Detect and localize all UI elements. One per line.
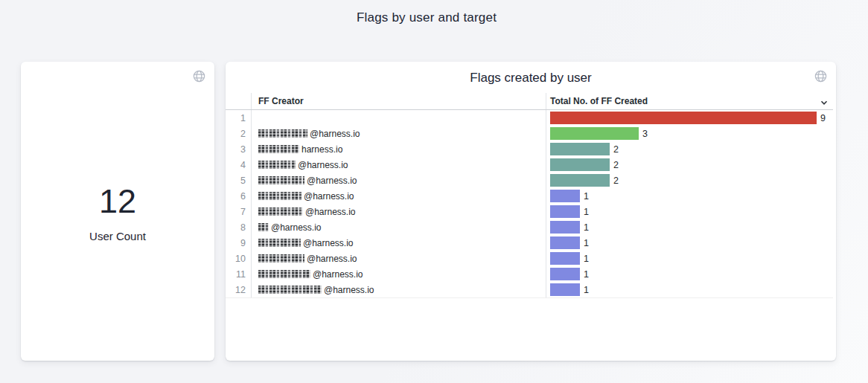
creator-email-suffix: harness.io — [301, 144, 342, 155]
redacted-email — [258, 129, 307, 138]
bar-cell: 1 — [546, 205, 833, 218]
bar[interactable] — [550, 221, 580, 234]
creator-email-suffix: @harness.io — [307, 254, 357, 264]
table-row: 9 @harness.io 1 — [226, 235, 833, 251]
bar[interactable] — [550, 268, 580, 280]
bar-value: 1 — [584, 238, 589, 248]
redacted-email — [258, 270, 310, 278]
row-number: 10 — [226, 254, 251, 264]
bar-cell: 2 — [546, 158, 833, 171]
bar-cell: 1 — [546, 236, 833, 249]
row-number: 5 — [226, 176, 251, 186]
table-row: 10 @harness.io 1 — [226, 251, 833, 266]
creator-cell: @harness.io — [251, 269, 546, 280]
bar[interactable] — [550, 190, 580, 202]
bar[interactable] — [550, 174, 610, 187]
creator-cell: @harness.io — [251, 207, 546, 217]
bar-value: 1 — [584, 207, 589, 217]
creator-email-suffix: @harness.io — [313, 269, 363, 280]
table-row: 4 @harness.io 2 — [226, 157, 833, 173]
bar-cell: 1 — [546, 252, 833, 265]
creator-cell: harness.io — [251, 144, 546, 155]
creator-cell: @harness.io — [251, 238, 546, 248]
creator-email-suffix: @harness.io — [304, 191, 354, 202]
bar-value: 1 — [584, 222, 589, 233]
bar-value: 1 — [584, 191, 589, 202]
redacted-email — [258, 286, 322, 294]
creator-email-suffix: @harness.io — [271, 222, 322, 233]
creator-email-suffix: @harness.io — [298, 160, 348, 170]
row-number: 4 — [226, 160, 251, 170]
row-number: 12 — [226, 285, 251, 295]
user-count-tile: 12 User Count — [21, 62, 214, 361]
row-number: 1 — [226, 113, 251, 123]
bar-cell: 1 — [546, 268, 833, 280]
creator-email-suffix: @harness.io — [303, 238, 354, 248]
creator-email-suffix: @harness.io — [310, 129, 360, 139]
bar-value: 3 — [642, 129, 648, 139]
creator-cell: @harness.io — [251, 160, 546, 170]
bar-value: 1 — [584, 285, 589, 295]
bar[interactable] — [550, 283, 580, 296]
bar-value: 9 — [820, 113, 826, 123]
row-number: 9 — [226, 238, 251, 248]
tile-title: Flags created by user — [226, 71, 836, 86]
row-number: 3 — [226, 144, 251, 155]
bar[interactable] — [550, 112, 817, 124]
bar[interactable] — [550, 143, 610, 155]
bar-cell: 1 — [546, 283, 833, 296]
table-row: 3 harness.io 2 — [226, 141, 833, 157]
table-row: 6 @harness.io 1 — [226, 188, 833, 204]
creator-cell: @harness.io — [251, 176, 546, 186]
bar-cell: 2 — [546, 174, 833, 187]
table-row: 12 @harness.io 1 — [226, 282, 833, 297]
bar[interactable] — [550, 158, 610, 171]
row-number: 8 — [226, 222, 251, 233]
bar-value: 1 — [584, 254, 589, 264]
column-header-ff-creator[interactable]: FF Creator — [258, 96, 304, 106]
user-count-label: User Count — [89, 230, 146, 242]
creator-email-suffix: @harness.io — [307, 176, 357, 186]
bar[interactable] — [550, 236, 580, 249]
flags-table: FF Creator Total No. of FF Created 1 9 2… — [226, 93, 833, 297]
redacted-email — [258, 207, 303, 216]
table-row: 2 @harness.io 3 — [226, 126, 833, 141]
bar[interactable] — [550, 252, 580, 265]
table-row: 1 9 — [226, 110, 833, 126]
creator-cell: @harness.io — [251, 285, 546, 295]
bar-value: 2 — [613, 160, 619, 170]
bar[interactable] — [550, 205, 580, 218]
row-number: 11 — [226, 269, 251, 280]
bar-value: 2 — [613, 144, 619, 155]
table-row: 11 @harness.io 1 — [226, 266, 833, 282]
globe-icon[interactable] — [814, 69, 828, 83]
table-body: 1 9 2 @harness.io 3 3 harness.io 2 4 @ha… — [226, 110, 833, 298]
table-row: 7 @harness.io 1 — [226, 204, 833, 219]
chevron-down-icon[interactable] — [820, 97, 829, 106]
column-header-total-ff-created[interactable]: Total No. of FF Created — [550, 96, 648, 106]
redacted-email — [258, 239, 301, 247]
redacted-email — [258, 223, 269, 231]
creator-email-suffix: @harness.io — [324, 285, 374, 295]
user-count-value: 12 — [99, 184, 136, 218]
redacted-email — [258, 145, 299, 153]
dashboard-title: Flags by user and target — [0, 10, 853, 25]
table-row: 5 @harness.io 2 — [226, 173, 833, 188]
bar-cell: 1 — [546, 221, 833, 234]
bar[interactable] — [550, 127, 639, 140]
row-number: 6 — [226, 191, 251, 202]
bar-cell: 3 — [546, 127, 833, 140]
redacted-email — [258, 176, 304, 184]
row-number: 7 — [226, 207, 251, 217]
redacted-email — [258, 254, 304, 263]
bar-value: 1 — [584, 269, 589, 280]
creator-cell: @harness.io — [251, 129, 546, 139]
bar-cell: 2 — [546, 143, 833, 155]
redacted-email — [258, 192, 301, 200]
row-number: 2 — [226, 129, 251, 139]
creator-cell: @harness.io — [251, 191, 546, 202]
table-header-row: FF Creator Total No. of FF Created — [226, 93, 833, 110]
creator-cell: @harness.io — [251, 222, 546, 233]
user-count-body: 12 User Count — [21, 62, 214, 361]
flags-created-tile: Flags created by user FF Creator Total N… — [226, 62, 836, 361]
